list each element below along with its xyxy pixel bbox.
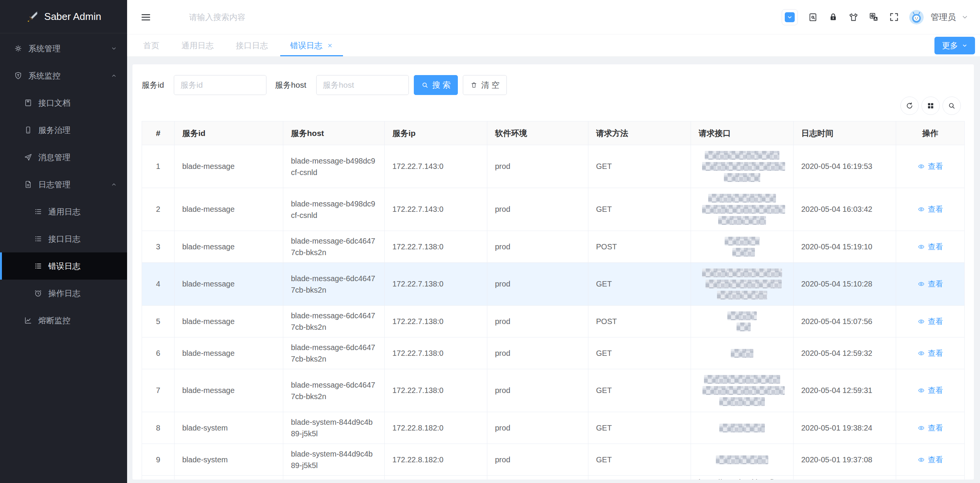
translate-icon[interactable] [869,12,879,22]
cell-service-host: blade-message-6dc46477cb-bks2n [283,337,385,369]
cell-service-host: blade-message-6dc46477cb-bks2n [283,306,385,337]
column-header: 请求方法 [588,121,691,145]
sidebar-item-操作日志[interactable]: 操作日志 [0,280,127,307]
tab-首页[interactable]: 首页 [143,34,159,56]
cell-env: prod [487,231,588,262]
view-link[interactable]: 查看 [918,348,943,359]
clock-icon [34,289,42,298]
cell-interface: https://pw..cloud.k8s.fiy801 [691,476,794,480]
table-header-row: #服务id服务host服务ip软件环境请求方法请求接口日志时间操作 [142,121,964,145]
view-link[interactable]: 查看 [918,242,943,252]
sidebar-item-接口文档[interactable]: 接口文档 [0,89,127,116]
service-id-label: 服务id [142,80,164,90]
trash-icon [470,81,478,89]
tabs: 首页通用日志接口日志错误日志 [143,34,355,56]
cell-time: 2020-05-04 12:59:31 [794,369,896,412]
redacted-content [718,216,766,225]
sidebar-item-系统管理[interactable]: 系统管理 [0,35,127,62]
close-tab-icon[interactable] [327,43,333,49]
cell-service-id: blade-message [175,337,283,369]
shield-icon [14,71,23,80]
table-search-button[interactable] [942,97,961,115]
column-header: 日志时间 [794,121,896,145]
sidebar-item-label: 接口文档 [38,98,70,108]
cell-action [896,476,964,480]
sidebar-item-服务治理[interactable]: 服务治理 [0,116,127,144]
view-link[interactable]: 查看 [918,316,943,327]
sidebar-item-label: 系统管理 [28,43,60,54]
redacted-content [737,323,750,331]
main-area: 管理员 首页通用日志接口日志错误日志 更多 服务id 服务host 搜 索 [127,0,980,483]
table-row: 8blade-systemblade-system-844d9c4b89-j5k… [142,412,964,444]
cell-service-ip [385,476,487,480]
refresh-button[interactable] [900,97,919,115]
chevron-down-icon [785,12,795,22]
clear-button[interactable]: 清 空 [463,75,507,95]
column-settings-button[interactable] [921,97,940,115]
cell-action: 查看 [896,337,964,369]
cell-time: 2020-05-04 16:19:53 [794,145,896,188]
table-row: 7blade-messageblade-message-6dc46477cb-b… [142,369,964,412]
view-link[interactable]: 查看 [918,455,943,465]
sidebar-item-label: 通用日志 [48,206,80,217]
chevron-up-icon [111,181,117,188]
cell-interface [691,306,794,337]
collapse-menu-icon[interactable] [140,11,152,23]
panel-toggle-button[interactable] [782,9,798,25]
tab-接口日志[interactable]: 接口日志 [236,34,268,56]
sidebar-item-通用日志[interactable]: 通用日志 [0,198,127,225]
cell-action: 查看 [896,412,964,444]
user-avatar[interactable] [909,10,924,25]
service-host-input[interactable] [316,75,409,95]
send-icon [24,153,33,162]
global-search-input[interactable] [188,12,354,22]
cell-interface [691,231,794,262]
theme-icon[interactable] [848,12,859,22]
view-link[interactable]: 查看 [918,423,943,433]
more-button[interactable]: 更多 [934,37,975,54]
service-id-input[interactable] [174,75,266,95]
cell-method: GET [588,337,691,369]
cell-method: GET [588,188,691,231]
cell-service-ip: 172.22.7.143:0 [385,188,487,231]
app-title: Saber Admin [44,11,101,23]
column-header: 服务id [175,121,283,145]
sidebar-item-日志管理[interactable]: 日志管理 [0,171,127,198]
cell-action: 查看 [896,444,964,475]
cell-time [794,476,896,480]
view-link[interactable]: 查看 [918,204,943,214]
cell-env: prod [487,337,588,369]
tab-label: 接口日志 [236,40,268,51]
sidebar-item-错误日志[interactable]: 错误日志 [0,252,127,280]
view-link[interactable]: 查看 [918,385,943,396]
cell-action: 查看 [896,369,964,412]
lock-icon[interactable] [828,12,838,22]
sidebar-item-label: 服务治理 [38,125,70,136]
cell-time: 2020-05-04 12:59:32 [794,337,896,369]
sidebar-item-接口日志[interactable]: 接口日志 [0,225,127,252]
view-link[interactable]: 查看 [918,161,943,172]
view-link-label: 查看 [928,423,943,433]
search-button[interactable]: 搜 索 [414,75,458,95]
view-link[interactable]: 查看 [918,279,943,289]
tab-错误日志[interactable]: 错误日志 [290,34,333,56]
maintenance-icon[interactable] [808,12,818,22]
fullscreen-icon[interactable] [889,12,899,22]
cell-interface [691,337,794,369]
cell-service-id [175,476,283,480]
cell-time: 2020-05-04 15:19:10 [794,231,896,262]
redacted-content [706,280,782,288]
cell-interface [691,444,794,475]
sidebar-item-消息管理[interactable]: 消息管理 [0,144,127,171]
chevron-down-icon [111,45,117,52]
sidebar-item-系统监控[interactable]: 系统监控 [0,62,127,89]
user-menu-chevron-icon[interactable] [961,13,969,21]
table-row: 3blade-messageblade-message-6dc46477cb-b… [142,231,964,263]
view-link-label: 查看 [928,242,943,252]
sidebar-item-熔断监控[interactable]: 熔断监控 [0,307,127,334]
tab-通用日志[interactable]: 通用日志 [181,34,214,56]
redacted-content [717,291,768,300]
redacted-content [724,173,760,182]
cell-interface [691,412,794,444]
redacted-content [702,269,782,277]
